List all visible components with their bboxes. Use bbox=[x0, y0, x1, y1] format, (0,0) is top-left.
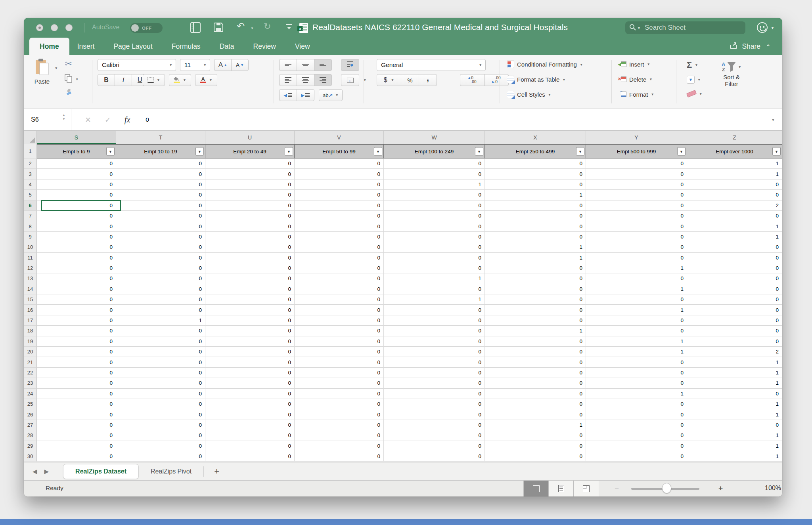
orientation-dropdown-arrow[interactable]: ▼ bbox=[335, 93, 338, 97]
align-center-button[interactable] bbox=[297, 74, 314, 86]
cell-W10[interactable]: 0 bbox=[384, 242, 485, 252]
cell-V16[interactable]: 0 bbox=[295, 305, 384, 315]
cell-Z19[interactable]: 0 bbox=[687, 336, 782, 347]
cell-V26[interactable]: 0 bbox=[295, 409, 384, 420]
cell-T3[interactable]: 0 bbox=[116, 169, 205, 179]
cell-U20[interactable]: 0 bbox=[205, 347, 295, 357]
cell-X3[interactable]: 0 bbox=[485, 169, 586, 179]
percent-format-button[interactable]: % bbox=[401, 74, 419, 86]
cell-U13[interactable]: 0 bbox=[205, 273, 295, 284]
cell-S17[interactable]: 0 bbox=[37, 315, 116, 326]
cell-U9[interactable]: 0 bbox=[205, 232, 295, 242]
cell-W20[interactable]: 0 bbox=[384, 347, 485, 357]
formula-input[interactable]: 0 bbox=[146, 116, 149, 123]
cell-T12[interactable]: 0 bbox=[116, 263, 205, 273]
tab-review[interactable]: Review bbox=[253, 38, 277, 55]
row-header-30[interactable]: 30 bbox=[24, 451, 37, 462]
paste-dropdown-arrow[interactable]: ▼ bbox=[55, 66, 58, 70]
tab-insert[interactable]: Insert bbox=[77, 38, 96, 55]
clear-button[interactable]: ▼ bbox=[687, 92, 702, 96]
font-color-dropdown-arrow[interactable]: ▼ bbox=[209, 78, 212, 82]
font-name-dropdown-arrow[interactable]: ▼ bbox=[169, 63, 172, 67]
borders-dropdown-arrow[interactable]: ▼ bbox=[157, 78, 160, 82]
cell-W13[interactable]: 1 bbox=[384, 273, 485, 284]
align-middle-button[interactable] bbox=[297, 59, 314, 71]
cell-Y26[interactable]: 0 bbox=[586, 409, 687, 420]
cell-S24[interactable]: 0 bbox=[37, 389, 116, 399]
format-as-table-button[interactable]: Format as Table▼ bbox=[507, 76, 566, 83]
cell-U26[interactable]: 0 bbox=[205, 409, 295, 420]
sheet-nav-left-icon[interactable]: ◀ bbox=[33, 468, 37, 475]
cell-styles-button[interactable]: Cell Styles▼ bbox=[507, 91, 551, 98]
row-header-11[interactable]: 11 bbox=[24, 253, 37, 263]
cell-X30[interactable]: 0 bbox=[485, 451, 586, 462]
cell-U12[interactable]: 0 bbox=[205, 263, 295, 273]
cell-Y6[interactable]: 0 bbox=[586, 200, 687, 211]
cell-Y20[interactable]: 1 bbox=[586, 347, 687, 357]
cell-T13[interactable]: 0 bbox=[116, 273, 205, 284]
sort-filter-button[interactable]: AZ ▼ Sort & Filter bbox=[714, 61, 749, 87]
conditional-formatting-button[interactable]: Conditional Formatting▼ bbox=[507, 61, 583, 68]
cell-U6[interactable]: 0 bbox=[205, 200, 295, 211]
column-header-X[interactable]: X bbox=[485, 131, 586, 144]
cell-W14[interactable]: 0 bbox=[384, 284, 485, 294]
cell-X18[interactable]: 1 bbox=[485, 326, 586, 336]
cell-X15[interactable]: 0 bbox=[485, 294, 586, 305]
row-header-5[interactable]: 5 bbox=[24, 190, 37, 200]
filter-dropdown-button[interactable]: ▼ bbox=[677, 147, 686, 156]
page-break-view-button[interactable] bbox=[574, 481, 599, 496]
cell-Y7[interactable]: 0 bbox=[586, 211, 687, 221]
cell-Z23[interactable]: 1 bbox=[687, 378, 782, 388]
cell-Y27[interactable]: 0 bbox=[586, 420, 687, 430]
bold-button[interactable]: B bbox=[98, 74, 115, 86]
cell-U8[interactable]: 0 bbox=[205, 221, 295, 231]
cell-W30[interactable]: 0 bbox=[384, 451, 485, 462]
decrease-indent-button[interactable]: ◀ bbox=[279, 89, 297, 101]
feedback-dropdown-arrow[interactable]: ▼ bbox=[771, 26, 774, 30]
cell-W15[interactable]: 1 bbox=[384, 294, 485, 305]
cell-U4[interactable]: 0 bbox=[205, 179, 295, 190]
undo-icon[interactable]: ↶ bbox=[237, 21, 245, 32]
cell-Y29[interactable]: 0 bbox=[586, 441, 687, 451]
filter-dropdown-button[interactable]: ▼ bbox=[374, 147, 382, 156]
cell-Y4[interactable]: 0 bbox=[586, 179, 687, 190]
name-box-stepper[interactable]: ▲▼ bbox=[62, 114, 65, 121]
column-header-T[interactable]: T bbox=[116, 131, 205, 144]
cell-T7[interactable]: 0 bbox=[116, 211, 205, 221]
decrease-decimal-button[interactable]: .00 ▸.0 bbox=[484, 74, 509, 86]
cell-Z13[interactable]: 0 bbox=[687, 273, 782, 284]
cell-Z11[interactable]: 0 bbox=[687, 253, 782, 263]
cell-V30[interactable]: 0 bbox=[295, 451, 384, 462]
cell-V22[interactable]: 0 bbox=[295, 368, 384, 378]
cell-S20[interactable]: 0 bbox=[37, 347, 116, 357]
fill-color-button[interactable]: ▼ bbox=[169, 74, 191, 86]
cell-W6[interactable]: 0 bbox=[384, 200, 485, 211]
filter-dropdown-button[interactable]: ▼ bbox=[106, 147, 115, 156]
cell-Z20[interactable]: 2 bbox=[687, 347, 782, 357]
cell-Y12[interactable]: 1 bbox=[586, 263, 687, 273]
cell-V5[interactable]: 0 bbox=[295, 190, 384, 200]
normal-view-button[interactable] bbox=[524, 481, 549, 496]
cell-X23[interactable]: 0 bbox=[485, 378, 586, 388]
cell-X13[interactable]: 0 bbox=[485, 273, 586, 284]
cell-X28[interactable]: 0 bbox=[485, 430, 586, 441]
cell-Z3[interactable]: 1 bbox=[687, 169, 782, 179]
cell-W2[interactable]: 0 bbox=[384, 158, 485, 169]
cell-X4[interactable]: 0 bbox=[485, 179, 586, 190]
cell-V11[interactable]: 0 bbox=[295, 253, 384, 263]
undo-dropdown-arrow[interactable]: ▼ bbox=[251, 27, 254, 30]
cell-W18[interactable]: 0 bbox=[384, 326, 485, 336]
cell-Y17[interactable]: 0 bbox=[586, 315, 687, 326]
cell-Z25[interactable]: 1 bbox=[687, 399, 782, 409]
cell-T2[interactable]: 0 bbox=[116, 158, 205, 169]
row-header-10[interactable]: 10 bbox=[24, 242, 37, 252]
close-button[interactable] bbox=[36, 24, 43, 31]
row-header-16[interactable]: 16 bbox=[24, 305, 37, 315]
cell-X17[interactable]: 0 bbox=[485, 315, 586, 326]
cell-Z7[interactable]: 0 bbox=[687, 211, 782, 221]
row-header-9[interactable]: 9 bbox=[24, 232, 37, 242]
cell-X12[interactable]: 0 bbox=[485, 263, 586, 273]
cell-W17[interactable]: 0 bbox=[384, 315, 485, 326]
copy-dropdown-arrow[interactable]: ▼ bbox=[75, 77, 79, 81]
row-header-4[interactable]: 4 bbox=[24, 179, 37, 190]
